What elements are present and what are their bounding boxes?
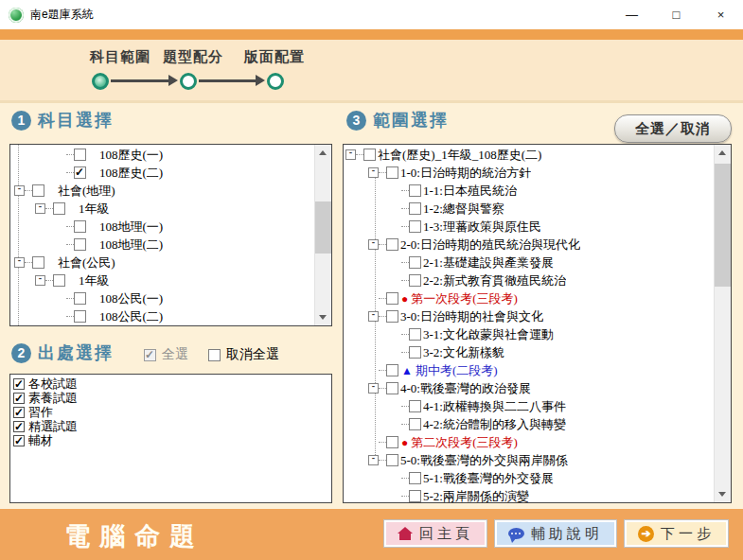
collapse-icon[interactable]: - <box>14 257 25 268</box>
tree-item[interactable]: -社會(地理) <box>10 182 331 200</box>
checkbox[interactable] <box>386 364 398 376</box>
minimize-button[interactable]: — <box>610 0 654 29</box>
tree-item[interactable]: ▲期中考(二段考) <box>344 361 731 379</box>
checkbox[interactable] <box>74 292 86 305</box>
collapse-icon[interactable]: - <box>368 167 379 178</box>
collapse-icon[interactable]: - <box>345 149 356 160</box>
tree-item[interactable]: ●第一次段考(三段考) <box>344 289 731 307</box>
checkbox[interactable] <box>74 166 86 179</box>
checkbox[interactable] <box>32 184 44 197</box>
checkbox[interactable] <box>386 292 398 305</box>
tree-item[interactable]: 1-3:理蕃政策與原住民 <box>344 218 731 236</box>
subject-tree-scrollbar[interactable] <box>314 145 331 325</box>
checkbox[interactable] <box>409 184 421 197</box>
step-circle-2[interactable] <box>180 73 197 90</box>
toggle-all-button[interactable]: 全選／取消 <box>614 114 732 143</box>
tree-item[interactable]: 108公民(二) <box>10 307 331 325</box>
tree-item[interactable]: 108公民(一) <box>10 289 331 307</box>
tree-item[interactable]: -社會(歷史)_1年級_108歷史(二) <box>344 146 731 164</box>
tree-item[interactable]: 2-1:基礎建設與產業發展 <box>344 254 731 271</box>
tree-item[interactable]: 3-1:文化啟蒙與社會運動 <box>344 325 731 343</box>
select-all-checkbox[interactable] <box>144 349 156 361</box>
scroll-down-icon[interactable] <box>715 486 731 502</box>
tree-item[interactable]: -2-0:日治時期的殖民統治與現代化 <box>344 236 731 254</box>
checkbox[interactable] <box>386 454 398 466</box>
tree-item[interactable]: 1-2:總督與警察 <box>344 200 731 218</box>
checkbox[interactable] <box>409 418 421 430</box>
checkbox[interactable] <box>409 274 421 287</box>
scroll-down-icon[interactable] <box>315 309 331 325</box>
checkbox[interactable] <box>409 472 421 484</box>
tree-item[interactable]: 108地理(二) <box>10 236 331 254</box>
checkbox[interactable] <box>13 393 25 404</box>
deselect-all-checkbox[interactable] <box>208 349 221 361</box>
checkbox[interactable] <box>386 310 398 323</box>
tree-item-label: 108公民(二) <box>99 308 163 325</box>
tree-item[interactable]: ●第二次段考(三段考) <box>344 433 731 451</box>
collapse-icon[interactable]: - <box>368 239 379 250</box>
tree-item[interactable]: 2-2:新式教育貫徹殖民統治 <box>344 271 731 289</box>
list-item[interactable]: 素養試題 <box>10 391 331 405</box>
tree-item[interactable]: -4-0:戰後臺灣的政治發展 <box>344 379 731 397</box>
tree-item[interactable]: 108地理(一) <box>10 218 331 236</box>
scrollbar-thumb[interactable] <box>315 201 331 254</box>
checkbox[interactable] <box>386 436 398 448</box>
checkbox[interactable] <box>409 328 421 341</box>
list-item[interactable]: 精選試題 <box>10 419 331 433</box>
maximize-button[interactable]: □ <box>654 0 699 29</box>
checkbox[interactable] <box>386 382 398 394</box>
checkbox[interactable] <box>409 400 421 412</box>
scrollbar-thumb[interactable] <box>715 164 731 287</box>
tree-item[interactable]: -1年級 <box>10 271 331 289</box>
checkbox[interactable] <box>409 202 421 215</box>
checkbox[interactable] <box>13 421 25 432</box>
tree-item[interactable]: 3-2:文化新樣貌 <box>344 343 731 361</box>
checkbox[interactable] <box>32 256 44 269</box>
tree-item[interactable]: 5-2:兩岸關係的演變 <box>344 487 731 503</box>
checkbox[interactable] <box>386 166 398 179</box>
step-circle-3[interactable] <box>267 73 284 90</box>
checkbox[interactable] <box>13 407 25 418</box>
tree-item[interactable]: -3-0:日治時期的社會與文化 <box>344 307 731 325</box>
tree-item[interactable]: -社會(公民) <box>10 254 331 271</box>
checkbox[interactable] <box>409 220 421 233</box>
tree-item[interactable]: 108歷史(一) <box>10 146 331 164</box>
help-button[interactable]: 輔助說明 <box>495 520 616 547</box>
checkbox[interactable] <box>74 220 86 233</box>
tree-item[interactable]: 5-1:戰後臺灣的外交發展 <box>344 469 731 487</box>
collapse-icon[interactable]: - <box>368 455 379 465</box>
tree-item[interactable]: 4-1:政權轉換與二二八事件 <box>344 397 731 415</box>
checkbox[interactable] <box>13 378 25 390</box>
step-circle-1[interactable] <box>92 73 109 90</box>
collapse-icon[interactable]: - <box>35 203 45 214</box>
next-step-button[interactable]: ➔下一步 <box>625 520 728 547</box>
close-button[interactable]: × <box>699 0 743 29</box>
checkbox[interactable] <box>74 310 86 323</box>
collapse-icon[interactable]: - <box>368 311 379 322</box>
collapse-icon[interactable]: - <box>35 275 45 286</box>
tree-item[interactable]: 4-2:統治體制的移入與轉變 <box>344 415 731 433</box>
tree-item[interactable]: +歷屆試題 <box>10 325 331 326</box>
tree-item[interactable]: -1-0:日治時期的統治方針 <box>344 164 731 182</box>
tree-item[interactable]: -5-0:戰後臺灣的外交與兩岸關係 <box>344 451 731 469</box>
checkbox[interactable] <box>74 238 86 251</box>
checkbox[interactable] <box>409 256 421 269</box>
checkbox[interactable] <box>363 149 376 161</box>
home-button[interactable]: 回主頁 <box>384 520 486 547</box>
checkbox[interactable] <box>386 238 398 251</box>
range-tree-scrollbar[interactable] <box>714 145 731 502</box>
checkbox[interactable] <box>53 202 65 215</box>
scroll-up-icon[interactable] <box>315 145 331 161</box>
tree-item[interactable]: 108歷史(二) <box>10 164 331 182</box>
checkbox[interactable] <box>13 435 25 446</box>
checkbox[interactable] <box>409 346 421 359</box>
checkbox[interactable] <box>53 274 65 287</box>
collapse-icon[interactable]: - <box>14 185 25 196</box>
checkbox[interactable] <box>409 490 421 502</box>
list-item[interactable]: 輔材 <box>10 433 331 447</box>
collapse-icon[interactable]: - <box>368 383 379 394</box>
tree-item[interactable]: 1-1:日本殖民統治 <box>344 182 731 200</box>
tree-item[interactable]: -1年級 <box>10 200 331 218</box>
checkbox[interactable] <box>74 149 86 161</box>
scroll-up-icon[interactable] <box>715 145 731 161</box>
